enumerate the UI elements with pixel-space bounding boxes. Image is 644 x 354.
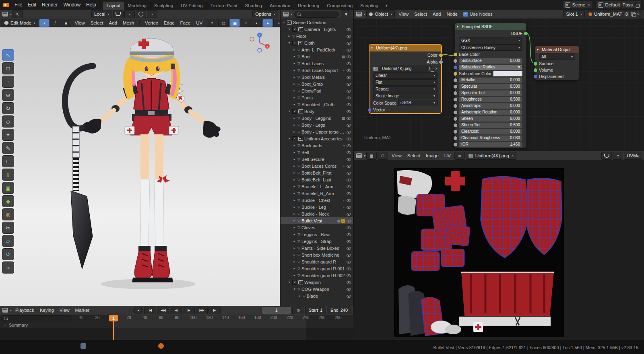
expand-arrow-icon[interactable]: ▾ <box>287 280 291 284</box>
end-frame-field[interactable]: End240 <box>327 307 351 314</box>
collection-checkbox[interactable]: ✓ <box>292 280 297 285</box>
socket-color[interactable] <box>439 53 443 58</box>
unlink-icon[interactable]: × <box>637 12 640 16</box>
shader-menu-node[interactable]: Node <box>444 10 460 19</box>
solid-shading-button[interactable]: ◐ <box>252 19 262 27</box>
expand-arrow-icon[interactable]: ▸ <box>293 157 296 161</box>
tool-poly-build[interactable]: ▱ <box>2 235 14 247</box>
outliner-row-leggins-bow[interactable]: ▸▽Leggins - Bow <box>281 231 353 238</box>
viewport-menu-vertex[interactable]: Vertex <box>142 19 161 28</box>
menu-render[interactable]: Render <box>39 0 60 10</box>
bsdf-prop-roughness[interactable]: Roughness0.500 <box>455 96 526 103</box>
bsdf-prop-sheen[interactable]: Sheen0.000 <box>455 115 526 122</box>
outliner-row-boot-laces-cords[interactable]: ▸▽Boot Laces Cords≈ <box>281 163 353 169</box>
tool-transform[interactable]: ⌖ <box>2 129 14 141</box>
outliner-row-scene-collection[interactable]: ▾Scene Collection <box>281 19 353 26</box>
bsdf-node-header[interactable]: ▾Principled BSDF <box>455 23 526 30</box>
socket-num[interactable] <box>453 78 458 82</box>
hide-in-viewport-eye-icon[interactable] <box>346 75 351 80</box>
expand-arrow-icon[interactable]: ▾ <box>287 41 291 45</box>
bsdf-prop-subsurface-color[interactable]: Subsurface Color <box>455 70 526 77</box>
show-gizmo-toggle[interactable]: ⌖ <box>207 19 217 27</box>
outliner-row-boot-laces-suport[interactable]: ▸▽Boot Laces Suport≈ <box>281 67 353 74</box>
hide-in-viewport-eye-icon[interactable] <box>346 246 351 251</box>
timeline-menu-keying[interactable]: Keying <box>37 306 57 315</box>
outliner-row-buckle-leg[interactable]: ▸▽Buckle - Leg≈ <box>281 204 353 210</box>
socket-num[interactable] <box>453 104 458 108</box>
outliner-row-boot[interactable]: ▸▽Boot▦ <box>281 53 353 60</box>
hide-in-viewport-eye-icon[interactable] <box>346 205 351 210</box>
hide-in-viewport-eye-icon[interactable] <box>346 130 351 134</box>
bsdf-prop-base-color[interactable]: Base Color <box>455 51 526 58</box>
next-keyframe-button[interactable]: ▶▶ <box>196 307 208 314</box>
shader-type-dropdown[interactable]: Object ▾ <box>366 10 395 18</box>
hide-in-viewport-eye-icon[interactable] <box>346 41 351 45</box>
outliner-row-weapon[interactable]: ▾✓Weapon <box>281 279 353 286</box>
uv-layout-image[interactable] <box>394 169 564 337</box>
editor-type-icon[interactable] <box>2 12 8 16</box>
collection-checkbox[interactable]: ✓ <box>292 41 297 45</box>
expand-arrow-icon[interactable]: ▾ <box>287 137 291 140</box>
hide-in-viewport-eye-icon[interactable] <box>346 273 351 278</box>
hide-in-viewport-eye-icon[interactable] <box>346 212 351 216</box>
bsdf-prop-clearcoat-roughness[interactable]: Clearcoat Roughness0.030 <box>455 135 526 141</box>
viewport-menu-select[interactable]: Select <box>88 19 106 28</box>
tool-move[interactable]: ⊕ <box>2 89 14 101</box>
socket-num[interactable] <box>453 97 458 102</box>
viewport-menu-face[interactable]: Face <box>178 19 194 28</box>
hide-in-viewport-eye-icon[interactable] <box>346 123 351 128</box>
outliner-row-buckle-neck[interactable]: ▸▽Buckle - Neck <box>281 210 353 217</box>
interpolation-dropdown[interactable]: Linear▾ <box>369 72 441 79</box>
hide-in-viewport-eye-icon[interactable] <box>346 171 351 175</box>
expand-arrow-icon[interactable]: ▸ <box>293 239 296 243</box>
hide-in-viewport-eye-icon[interactable] <box>346 82 351 86</box>
outliner-row-boot-grab[interactable]: ▸▽Boot_Grab <box>281 80 353 87</box>
pivot-icon[interactable]: ⊙ <box>378 152 388 160</box>
hide-in-viewport-eye-icon[interactable] <box>346 198 351 203</box>
expand-arrow-icon[interactable]: ▸ <box>293 212 296 216</box>
expand-arrow-icon[interactable]: ▸ <box>293 191 296 195</box>
editor-type-icon[interactable] <box>356 153 362 158</box>
socket-vec[interactable] <box>453 65 458 70</box>
outliner-row-bracelet-r-arm[interactable]: ▸▽Bracelet_R_Arm <box>281 190 353 197</box>
socket-num[interactable] <box>453 59 458 63</box>
material-slot-dropdown[interactable]: Slot 1 ▾ <box>563 10 584 18</box>
expand-arrow-icon[interactable]: ▸ <box>293 226 296 229</box>
socket-num[interactable] <box>453 84 458 89</box>
play-reverse-button[interactable]: ◀ <box>170 307 182 314</box>
output-color[interactable]: Color <box>369 51 441 58</box>
use-nodes-checkbox[interactable]: ✓ Use Nodes <box>463 12 493 17</box>
record-button[interactable]: ● <box>133 307 143 314</box>
hide-in-viewport-eye-icon[interactable] <box>346 68 351 73</box>
principled-bsdf-node[interactable]: ▾Principled BSDF BSDF GGX▾ Christensen-B… <box>455 23 526 148</box>
workspace-tab-compositing[interactable]: Compositing <box>323 2 357 10</box>
expand-arrow-icon[interactable]: ▾ <box>287 27 291 31</box>
expand-arrow-icon[interactable]: ▸ <box>293 246 296 250</box>
shader-menu-select[interactable]: Select <box>411 10 430 19</box>
expand-arrow-icon[interactable]: ▸ <box>293 103 296 106</box>
hide-in-viewport-eye-icon[interactable] <box>346 54 351 59</box>
hide-in-viewport-eye-icon[interactable] <box>346 109 351 114</box>
expand-arrow-icon[interactable]: ▸ <box>293 68 296 72</box>
expand-arrow-icon[interactable]: ▾ <box>3 323 7 327</box>
start-frame-field[interactable]: Start1 <box>305 307 326 314</box>
workspace-tab-sculpting[interactable]: Sculpting <box>151 2 177 10</box>
tool-tweak[interactable]: ↖ <box>2 49 14 61</box>
playhead-badge[interactable]: 1 <box>109 315 118 321</box>
bsdf-prop-sheen-tint[interactable]: Sheen Tint0.500 <box>455 122 526 128</box>
socket-num[interactable] <box>453 91 458 95</box>
expand-arrow-icon[interactable]: ▸ <box>293 144 296 147</box>
outliner-row-belt-secure[interactable]: ▸▽Belt Secure <box>281 156 353 163</box>
outliner-row-pants[interactable]: ▸▽Pants <box>281 94 353 101</box>
workspace-tab-scripting[interactable]: Scripting <box>357 2 382 10</box>
current-frame-field[interactable]: 1 <box>262 307 291 314</box>
tool-measure[interactable]: ∟ <box>2 155 14 167</box>
outliner-row-cloth[interactable]: ▾✓Cloth <box>281 39 353 46</box>
overlays-toggle[interactable]: ◎ <box>218 19 229 27</box>
hide-in-viewport-eye-icon[interactable] <box>346 259 351 264</box>
hide-in-viewport-eye-icon[interactable] <box>346 116 351 121</box>
outliner-row-short-box-medicine[interactable]: ▸▽Short box Medicine <box>281 251 353 258</box>
playhead-line[interactable] <box>113 321 114 340</box>
image-file-row[interactable]: Uniform(4K).png × <box>369 65 441 72</box>
face-select-button[interactable]: ■ <box>61 19 71 27</box>
